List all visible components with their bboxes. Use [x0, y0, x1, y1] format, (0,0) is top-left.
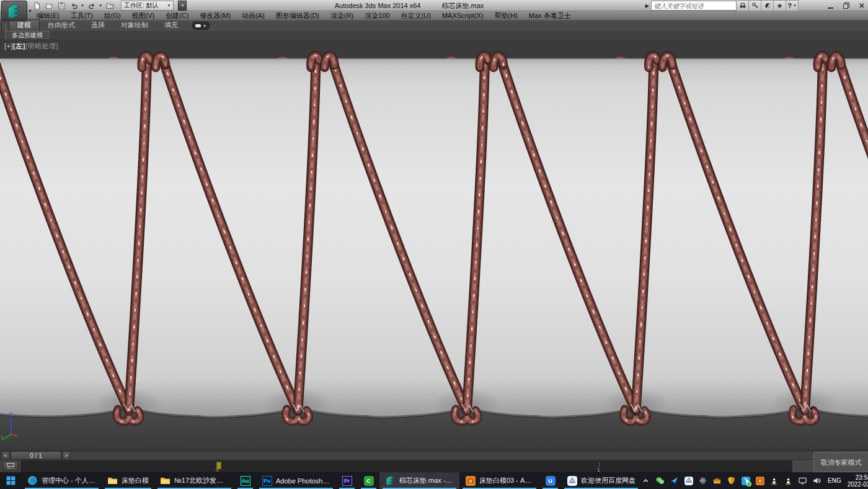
- menu-动画A[interactable]: 动画(A): [236, 11, 270, 20]
- menu-修改器M[interactable]: 修改器(M): [195, 11, 237, 20]
- clock-time: 23:58: [848, 474, 868, 481]
- acdsee-icon[interactable]: [755, 476, 764, 485]
- ribbon-tab-对象绘制[interactable]: 对象绘制: [113, 20, 156, 31]
- taskbar-clock[interactable]: 23:582022-03-14: [848, 474, 868, 488]
- 3dsmax-logo: [6, 3, 22, 19]
- ribbon-tab-填充[interactable]: 填充: [156, 20, 186, 31]
- language-indicator[interactable]: ENG: [826, 477, 843, 484]
- volume-icon[interactable]: [812, 476, 822, 485]
- workspace-dropdown[interactable]: 工作区: 默认 ▼: [121, 1, 174, 11]
- viewport-general-menu[interactable]: [+]: [4, 42, 13, 50]
- document-title: 棕芯床垫.max: [441, 1, 484, 11]
- chevron-down-icon: ▼: [203, 24, 206, 28]
- favorites-star-icon[interactable]: ★: [774, 0, 786, 11]
- taskbar-app-label: 床垫白模03 - ACD...: [479, 476, 534, 485]
- close-button[interactable]: ×: [859, 1, 864, 10]
- taskbar-app-床垫白模[interactable]: 床垫白模: [102, 472, 154, 489]
- qat-overflow-button[interactable]: ▼: [178, 1, 187, 11]
- chevron-up-icon[interactable]: [641, 476, 650, 485]
- help-icon[interactable]: ?▼: [786, 0, 799, 11]
- start-icon: [6, 475, 16, 486]
- menu-视图V[interactable]: 视图(V): [126, 11, 161, 20]
- chevron-down-icon: ▼: [167, 4, 170, 7]
- cancel-expert-mode-button[interactable]: 取消专家模式: [813, 452, 868, 472]
- clock-date: 2022-03-14: [848, 481, 868, 488]
- communication-center-icon[interactable]: [761, 0, 774, 11]
- menu-创建C[interactable]: 创建(C): [160, 11, 194, 20]
- security-shield-icon[interactable]: [727, 476, 736, 485]
- audition-icon: Au: [240, 475, 250, 486]
- app-title: Autodesk 3ds Max 2014 x64: [335, 2, 421, 9]
- viewport[interactable]: [+][左][明暗处理] Zy: [0, 39, 868, 450]
- wechat-icon[interactable]: [655, 476, 665, 485]
- taskbar-app-欢迎使用百度网盘[interactable]: 欢迎使用百度网盘: [561, 472, 641, 489]
- status-segment: [792, 460, 813, 472]
- ribbon-tab-选择[interactable]: 选择: [83, 20, 113, 31]
- start-button[interactable]: [0, 472, 22, 489]
- mini-curve-editor-button[interactable]: [2, 461, 19, 471]
- sign-in-key-icon[interactable]: [749, 0, 761, 11]
- qq-icon[interactable]: [784, 476, 793, 485]
- undo-icon[interactable]: [69, 1, 79, 11]
- network-icon[interactable]: [798, 476, 807, 485]
- frame-1-tick: [599, 462, 600, 467]
- blue-arrow-icon[interactable]: [670, 476, 679, 485]
- taskbar-app-№17北欧沙发建模...[interactable]: №17北欧沙发建模...: [154, 472, 234, 489]
- window-title: Autodesk 3ds Max 2014 x64 棕芯床垫.max: [186, 0, 632, 11]
- axis-z-label: Z: [9, 411, 13, 418]
- taskbar-app-camtasia-icon[interactable]: C: [358, 472, 379, 489]
- workspace-label: 工作区: 默认: [124, 1, 159, 10]
- taskbar-app-床垫白模03 - ACD...[interactable]: 床垫白模03 - ACD...: [459, 472, 539, 489]
- menu-Max 杀毒卫士[interactable]: Max 杀毒卫士: [523, 11, 577, 20]
- viewport-pov-menu[interactable]: [左]: [13, 42, 25, 50]
- ribbon-display-toggle[interactable]: ▼: [192, 22, 210, 30]
- new-file-icon[interactable]: [32, 1, 42, 11]
- windows-taskbar: 管理中心 - 个人 - ...床垫白模№17北欧沙发建模...AuPsAdobe…: [0, 472, 868, 489]
- save-icon[interactable]: [57, 1, 66, 11]
- menu-图形编辑器D[interactable]: 图形编辑器(D): [270, 11, 325, 20]
- curve-editor-icon: [7, 463, 14, 469]
- taskbar-app-管理中心 - 个人 - ...[interactable]: 管理中心 - 个人 - ...: [22, 472, 102, 489]
- edge-icon: [27, 475, 38, 486]
- previous-frame-button[interactable]: <: [1, 451, 10, 460]
- toolbox-icon[interactable]: [712, 476, 722, 485]
- chevron-down-icon[interactable]: ▼: [99, 4, 102, 7]
- time-slider-thumb[interactable]: 0 / 1: [11, 451, 61, 460]
- qq-icon[interactable]: [769, 476, 779, 485]
- phone-icon[interactable]: [741, 476, 750, 485]
- redo-icon[interactable]: [87, 1, 97, 11]
- ribbon-panel-row: 多边形建模: [0, 31, 868, 39]
- open-file-icon[interactable]: [45, 1, 54, 11]
- menu-工具T[interactable]: 工具(T): [65, 11, 99, 20]
- baidu-netdisk-icon[interactable]: [684, 476, 693, 485]
- restore-button[interactable]: [843, 2, 849, 9]
- ribbon-tab-bar: 建模自由形式选择对象绘制填充▼: [0, 20, 868, 31]
- taskbar-app-premiere-icon[interactable]: Pr: [336, 472, 358, 489]
- application-menu-button[interactable]: ▼: [1, 1, 27, 21]
- next-frame-button[interactable]: >: [62, 451, 71, 460]
- minimize-button[interactable]: [828, 7, 833, 9]
- menu-组G[interactable]: 组(G): [99, 11, 126, 20]
- menu-自定义U[interactable]: 自定义(U): [396, 11, 436, 20]
- menu-渲染R[interactable]: 渲染(R): [325, 11, 359, 20]
- search-input[interactable]: [651, 1, 737, 11]
- viewport-shading-menu[interactable]: [明暗处理]: [25, 42, 58, 50]
- taskbar-app-label: №17北欧沙发建模...: [174, 476, 229, 485]
- track-bar[interactable]: 0 1: [21, 460, 792, 472]
- taskbar-app-audition-icon[interactable]: Au: [234, 472, 256, 489]
- search-binoculars-icon[interactable]: [737, 0, 749, 11]
- taskbar-app-Adobe Photosho...[interactable]: PsAdobe Photosho...: [256, 472, 336, 489]
- chevron-down-icon[interactable]: ▼: [81, 4, 84, 7]
- project-folder-icon[interactable]: [105, 1, 115, 11]
- taskbar-app-ushield-icon[interactable]: U: [539, 472, 561, 489]
- menu-渲染100[interactable]: 渲染100: [359, 11, 395, 20]
- gray-plus-icon[interactable]: [698, 476, 707, 485]
- infocenter-buttons: ★?▼: [737, 0, 799, 11]
- menu-帮助H[interactable]: 帮助(H): [489, 11, 523, 20]
- polygon-modeling-panel-tab[interactable]: 多边形建模: [5, 31, 50, 39]
- ribbon-tab-自由形式[interactable]: 自由形式: [40, 20, 83, 31]
- taskbar-app-棕芯床垫.max - Au...[interactable]: 棕芯床垫.max - Au...: [379, 472, 459, 489]
- time-slider-track[interactable]: [0, 451, 814, 460]
- infocenter-collapse-icon[interactable]: ▶: [644, 3, 651, 9]
- menu-MAXScriptX[interactable]: MAXScript(X): [436, 12, 489, 19]
